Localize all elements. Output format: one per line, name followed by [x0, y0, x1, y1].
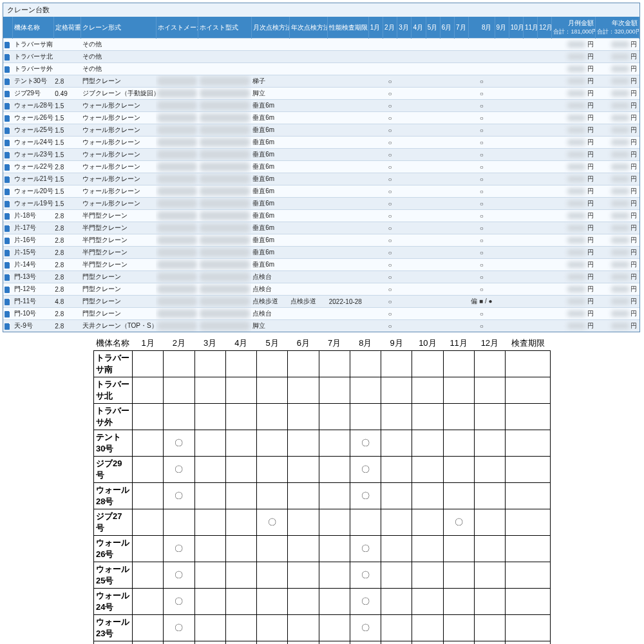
cell-type: 門型クレーン: [81, 75, 156, 88]
hdr-maker[interactable]: ホイストメーカー: [156, 17, 198, 39]
cell-mm: 垂直6m: [251, 112, 289, 124]
plan-name: トラバーサ外: [94, 404, 133, 430]
table-row[interactable]: 門-12号2.8門型クレーン点検台○○ 円 円: [3, 283, 639, 296]
cell-load: 1.5: [53, 149, 80, 161]
hdr-m10[interactable]: 10月: [509, 17, 523, 39]
hdr-ym[interactable]: 年次点検方法: [289, 17, 327, 39]
table-row[interactable]: 門-13号2.8門型クレーン点検台○○ 円 円: [3, 271, 639, 283]
cell-mfee: 円: [552, 283, 596, 296]
cell-mm: [251, 51, 289, 63]
cell-yfee: 円: [596, 173, 639, 185]
document-icon[interactable]: [3, 100, 13, 112]
document-icon[interactable]: [3, 149, 13, 161]
cell-mfee: 円: [552, 234, 596, 247]
cell-load: 2.8: [53, 75, 80, 88]
document-icon[interactable]: [3, 308, 13, 320]
table-row[interactable]: ウォール25号1.5ウォール形クレーン垂直6m○○ 円 円: [3, 124, 639, 137]
hdr-type[interactable]: クレーン形式: [81, 17, 156, 39]
hdr-m8[interactable]: 8月: [469, 17, 495, 39]
table-row[interactable]: 天-9号2.8天井クレーン（TOP・S）脚立○○ 円 円: [3, 320, 639, 332]
document-icon[interactable]: [3, 259, 13, 271]
hdr-load[interactable]: 定格荷重(t): [53, 17, 80, 39]
hdr-m1[interactable]: 1月: [368, 17, 383, 39]
table-row[interactable]: ウォール20号1.5ウォール形クレーン垂直6m○○ 円 円: [3, 185, 639, 198]
hdr-mm[interactable]: 月次点検方法: [251, 17, 289, 39]
table-row[interactable]: 片-14号2.8半門型クレーン垂直6m○○ 円 円: [3, 259, 639, 271]
cell-load: 2.8: [53, 259, 80, 271]
document-icon[interactable]: [3, 137, 13, 149]
plan-row: ウォール23号〇〇: [94, 615, 551, 641]
document-icon[interactable]: [3, 271, 13, 283]
table-row[interactable]: 片-17号2.8半門型クレーン垂直6m○○ 円 円: [3, 222, 639, 234]
table-row[interactable]: ウォール28号1.5ウォール形クレーン垂直6m○○ 円 円: [3, 100, 639, 112]
cell-maker: [156, 271, 198, 283]
document-icon[interactable]: [3, 124, 13, 137]
table-row[interactable]: ウォール26号1.5ウォール形クレーン垂直6m○○ 円 円: [3, 112, 639, 124]
document-icon[interactable]: [3, 222, 13, 234]
cell-exp: [328, 173, 369, 185]
cell-mm: 脚立: [251, 88, 289, 100]
table-row[interactable]: ウォール24号1.5ウォール形クレーン垂直6m○○ 円 円: [3, 137, 639, 149]
document-icon[interactable]: [3, 247, 13, 259]
table-row[interactable]: ウォール19号1.5ウォール形クレーン垂直6m○○ 円 円: [3, 198, 639, 210]
document-icon[interactable]: [3, 51, 13, 63]
table-row[interactable]: ウォール22号2.8ウォール形クレーン垂直6m○○ 円 円: [3, 161, 639, 173]
table-row[interactable]: 片-18号2.8半門型クレーン垂直6m○○ 円 円: [3, 210, 639, 222]
hdr-yfee[interactable]: 年次金額合計：320,000円: [596, 17, 639, 39]
hdr-m2[interactable]: 2月: [383, 17, 397, 39]
table-row[interactable]: ウォール21号1.5ウォール形クレーン垂直6m○○ 円 円: [3, 173, 639, 185]
document-icon[interactable]: [3, 296, 13, 308]
table-row[interactable]: 片-16号2.8半門型クレーン垂直6m○○ 円 円: [3, 234, 639, 247]
plan-hdr: 8月: [350, 336, 381, 351]
hdr-exp[interactable]: 性能検査期限: [328, 17, 369, 39]
document-icon[interactable]: [3, 185, 13, 198]
hdr-name[interactable]: 機体名称: [13, 17, 54, 39]
table-row[interactable]: トラバーサ北その他 円 円: [3, 51, 639, 63]
hdr-m6[interactable]: 6月: [440, 17, 454, 39]
plan-hdr: 12月: [474, 336, 505, 351]
table-row[interactable]: 門-10号2.8門型クレーン点検台○○ 円 円: [3, 308, 639, 320]
document-icon[interactable]: [3, 234, 13, 247]
table-row[interactable]: ジブ29号0.49ジブクレーン（手動旋回）脚立○○ 円 円: [3, 88, 639, 100]
table-row[interactable]: 片-15号2.8半門型クレーン垂直6m○○ 円 円: [3, 247, 639, 259]
plan-name: テント30号: [94, 430, 133, 457]
cell-model: [198, 234, 252, 247]
document-icon[interactable]: [3, 210, 13, 222]
cell-type: ウォール形クレーン: [81, 112, 156, 124]
hdr-model[interactable]: ホイスト型式: [198, 17, 252, 39]
cell-mfee: 円: [552, 296, 596, 308]
hdr-m11[interactable]: 11月: [523, 17, 537, 39]
hdr-m3[interactable]: 3月: [397, 17, 412, 39]
hdr-m7[interactable]: 7月: [455, 17, 469, 39]
table-row[interactable]: 門-11号4.8門型クレーン点検歩道点検歩道2022-10-28○偏 ■ / ●…: [3, 296, 639, 308]
table-row[interactable]: トラバーサ南その他 円 円: [3, 39, 639, 51]
table-row[interactable]: トラバーサ外その他 円 円: [3, 63, 639, 75]
hdr-m9[interactable]: 9月: [495, 17, 509, 39]
document-icon[interactable]: [3, 320, 13, 332]
document-icon[interactable]: [3, 161, 13, 173]
table-row[interactable]: ウォール23号1.5ウォール形クレーン垂直6m○○ 円 円: [3, 149, 639, 161]
plan-row: トラバーサ北: [94, 377, 551, 404]
document-icon[interactable]: [3, 75, 13, 88]
hdr-mfee[interactable]: 月例金額合計：181,000円: [552, 17, 596, 39]
document-icon[interactable]: [3, 198, 13, 210]
plan-name: ジブ27号: [94, 509, 133, 536]
cell-mm: 垂直6m: [251, 173, 289, 185]
document-icon[interactable]: [3, 88, 13, 100]
hdr-m12[interactable]: 12月: [538, 17, 552, 39]
table-row[interactable]: テント30号2.8門型クレーン梯子○○ 円 円: [3, 75, 639, 88]
cell-mfee: 円: [552, 137, 596, 149]
cell-exp: [328, 198, 369, 210]
cell-load: 2.8: [53, 283, 80, 296]
cell-type: 門型クレーン: [81, 283, 156, 296]
hdr-m4[interactable]: 4月: [412, 17, 426, 39]
document-icon[interactable]: [3, 283, 13, 296]
document-icon[interactable]: [3, 39, 13, 51]
hdr-m5[interactable]: 5月: [426, 17, 440, 39]
document-icon[interactable]: [3, 63, 13, 75]
document-icon[interactable]: [3, 173, 13, 185]
cell-mfee: 円: [552, 112, 596, 124]
document-icon[interactable]: [3, 112, 13, 124]
plan-name: ウォール23号: [94, 615, 133, 641]
cell-name: ウォール21号: [13, 173, 54, 185]
